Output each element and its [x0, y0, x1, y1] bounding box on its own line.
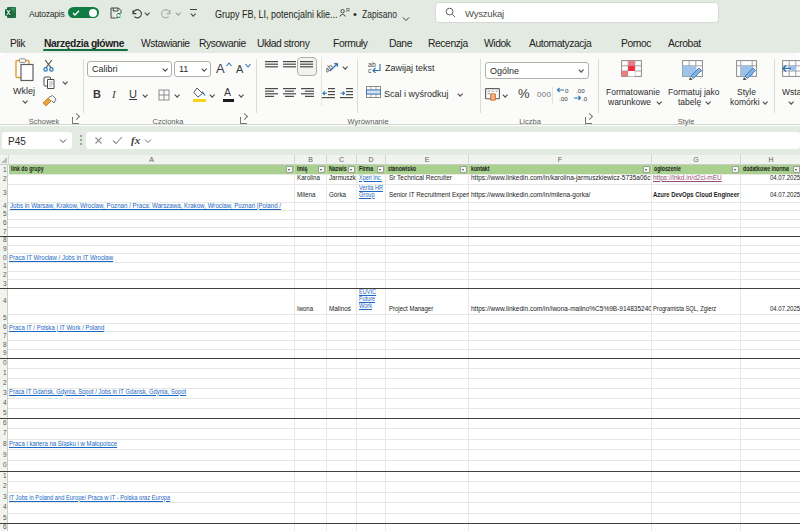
svg-text:.0: .0 — [582, 95, 588, 102]
svg-text:.00: .00 — [559, 95, 568, 102]
svg-text:R: R — [346, 8, 350, 13]
svg-text:0: 0 — [565, 87, 569, 94]
svg-text:c: c — [368, 67, 372, 73]
svg-text:X: X — [6, 9, 11, 16]
svg-text:.00: .00 — [576, 87, 585, 94]
